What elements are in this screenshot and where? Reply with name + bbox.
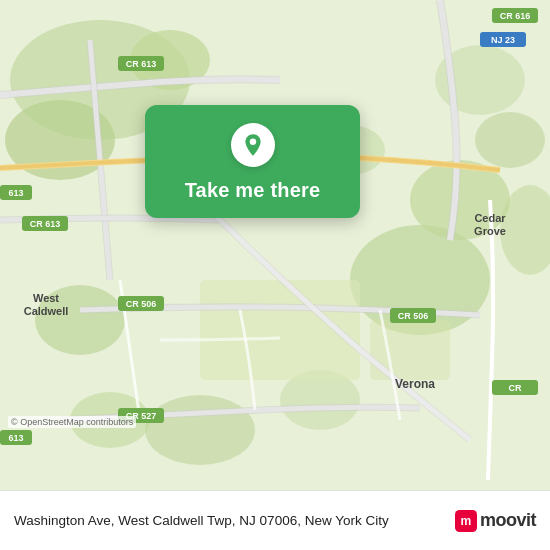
- svg-text:Grove: Grove: [474, 225, 506, 237]
- svg-point-48: [470, 527, 473, 530]
- bottom-bar: Washington Ave, West Caldwell Twp, NJ 07…: [0, 490, 550, 550]
- svg-text:613: 613: [8, 433, 23, 443]
- svg-text:CR 613: CR 613: [30, 219, 61, 229]
- moovit-icon: m: [455, 510, 477, 532]
- svg-text:West: West: [33, 292, 59, 304]
- take-me-there-button[interactable]: Take me there: [185, 179, 321, 202]
- osm-attribution: © OpenStreetMap contributors: [8, 416, 136, 428]
- moovit-text: moovit: [480, 510, 536, 531]
- svg-text:CR 506: CR 506: [126, 299, 157, 309]
- svg-point-12: [475, 112, 545, 168]
- svg-text:CR 616: CR 616: [500, 11, 531, 21]
- svg-text:613: 613: [8, 188, 23, 198]
- action-card[interactable]: Take me there: [145, 105, 360, 218]
- svg-point-47: [464, 528, 467, 531]
- svg-point-43: [249, 139, 256, 146]
- svg-point-46: [458, 527, 461, 530]
- svg-text:CR 506: CR 506: [398, 311, 429, 321]
- osm-text: © OpenStreetMap contributors: [11, 417, 133, 427]
- svg-text:Verona: Verona: [395, 377, 435, 391]
- map-view: CR 613 CR 613 CR 613 NJ 23 CR 616 CR 506…: [0, 0, 550, 490]
- svg-text:NJ 23: NJ 23: [491, 35, 515, 45]
- address-text: Washington Ave, West Caldwell Twp, NJ 07…: [14, 512, 445, 530]
- svg-text:m: m: [461, 514, 472, 528]
- svg-text:Cedar: Cedar: [474, 212, 506, 224]
- svg-text:CR: CR: [509, 383, 522, 393]
- location-pin-container: [231, 123, 275, 167]
- location-pin-icon: [240, 132, 266, 158]
- svg-text:CR 613: CR 613: [126, 59, 157, 69]
- moovit-logo: m moovit: [455, 510, 536, 532]
- svg-point-9: [145, 395, 255, 465]
- svg-text:Caldwell: Caldwell: [24, 305, 69, 317]
